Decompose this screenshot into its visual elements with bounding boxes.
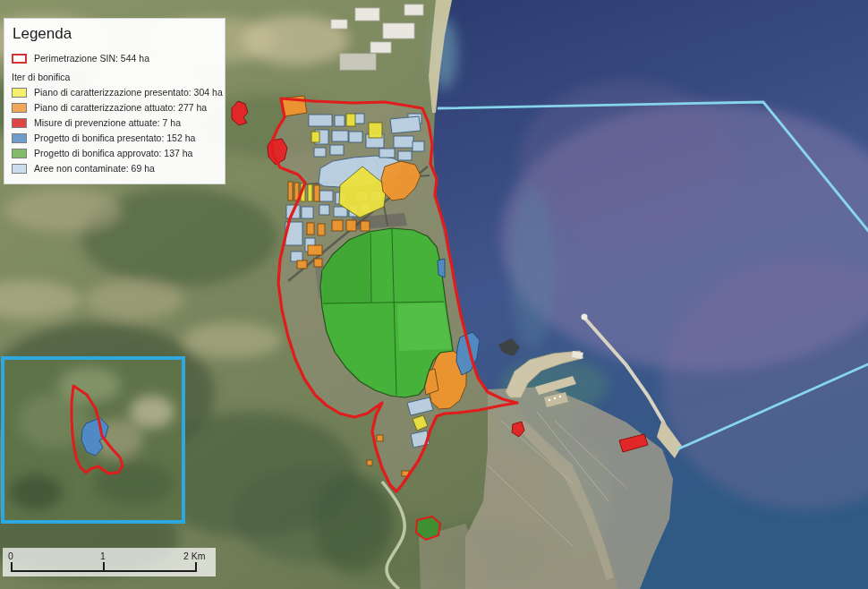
scale-tick [195,562,197,572]
legend-section-label: Iter di bonifica [12,72,217,82]
scale-bar: 0 1 2 Km [3,548,216,576]
legend-item-label: Piano di caratterizzazione attuato: 277 … [34,102,207,113]
legend-item-label: Misure di prevenzione attuate: 7 ha [34,117,181,128]
legend-swatch-aree-non-contaminate [12,164,27,174]
overview-inset-map [3,358,183,522]
legend-swatch-piano-caratterizzazione-attuato [12,103,27,113]
scale-tick [103,562,105,572]
legend-item-piano-caratterizzazione-presentato: Piano di caratterizzazione presentato: 3… [12,87,217,98]
legend-swatch-progetto-bonifica-approvato [12,149,27,158]
legend-item-progetto-bonifica-presentato: Progetto di bonifica presentato: 152 ha [12,132,217,143]
legend-title: Legenda [13,25,217,43]
legend-item-label: Perimetrazione SIN: 544 ha [34,53,149,64]
legend-swatch-perimetrazione-sin [12,54,27,64]
legend-swatch-piano-caratterizzazione-presentato [12,88,27,98]
breakwater-head [582,314,588,320]
legend-item-aree-non-contaminate: Aree non contaminate: 69 ha [12,163,217,174]
scale-label-end: 2 Km [183,551,206,561]
legend-item-label: Aree non contaminate: 69 ha [34,163,155,174]
legend-item-label: Progetto di bonifica presentato: 152 ha [34,132,195,143]
small-approved-parcel-south [416,516,440,540]
legend-item-misure-prevenzione-attuate: Misure di prevenzione attuate: 7 ha [12,117,217,128]
legend-swatch-progetto-bonifica-presentato [12,133,27,143]
legend-item-progetto-bonifica-approvato: Progetto di bonifica approvato: 137 ha [12,148,217,158]
legend-item-piano-caratterizzazione-attuato: Piano di caratterizzazione attuato: 277 … [12,102,217,113]
map-figure: Legenda Perimetrazione SIN: 544 ha Iter … [0,0,868,589]
scale-tick [11,562,13,572]
legend-item-label: Progetto di bonifica approvato: 137 ha [34,148,192,158]
legend-item-perimetrazione-sin: Perimetrazione SIN: 544 ha [12,53,217,64]
legend-swatch-misure-prevenzione-attuate [12,118,27,128]
legend-panel: Legenda Perimetrazione SIN: 544 ha Iter … [4,18,226,184]
legend-item-label: Piano di caratterizzazione presentato: 3… [34,87,223,98]
scale-label-start: 0 [8,551,13,561]
scale-label-middle: 1 [100,551,106,561]
